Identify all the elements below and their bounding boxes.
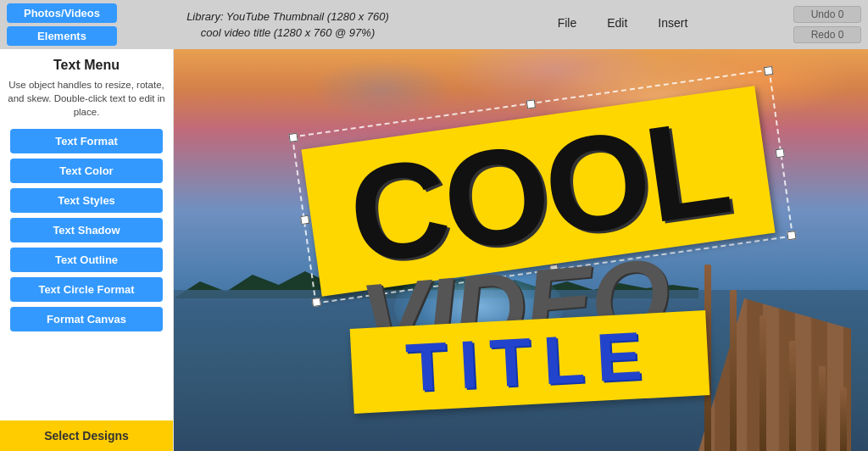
sidebar-title: Text Menu [53,58,120,73]
dock-post-5 [819,366,826,451]
menu-bar: File Edit Insert [459,14,787,35]
sidebar-description: Use object handles to resize, rotate, an… [7,78,166,119]
library-info: Library: YouTube Thumbnail (1280 x 760) … [124,8,452,42]
undo-button[interactable]: Undo 0 [793,6,861,23]
format-canvas-button[interactable]: Format Canvas [10,307,163,331]
photos-videos-button[interactable]: Photos/Videos [7,3,117,23]
dock-post-3 [760,315,766,451]
text-styles-button[interactable]: Text Styles [10,188,163,213]
canvas-area: COOL VIDEO TITLE [174,49,868,451]
title-text: TITLE [404,321,655,402]
file-menu[interactable]: File [554,14,581,31]
undo-redo-group: Undo 0 Redo 0 [793,6,861,43]
dock-post-2 [730,290,737,451]
text-format-button[interactable]: Text Format [10,129,163,153]
select-designs-button[interactable]: Select Designs [0,420,173,451]
dock-post-6 [840,387,847,451]
text-shadow-button[interactable]: Text Shadow [10,218,163,242]
insert-menu[interactable]: Insert [654,14,691,31]
top-bar-button-group: Photos/Videos Elements [7,3,117,46]
library-info-line1: Library: YouTube Thumbnail (1280 x 760) [124,8,452,25]
library-info-line2: cool video title (1280 x 760 @ 97%) [124,25,452,42]
dock-surface [698,298,851,451]
text-color-button[interactable]: Text Color [10,159,163,183]
elements-button[interactable]: Elements [7,26,117,46]
dock-post-4 [789,341,796,451]
text-circle-format-button[interactable]: Text Circle Format [10,277,163,302]
edit-menu[interactable]: Edit [604,14,631,31]
sidebar: Text Menu Use object handles to resize, … [0,49,174,451]
redo-button[interactable]: Redo 0 [793,26,861,43]
top-bar: Photos/Videos Elements Library: YouTube … [0,0,868,49]
main-content: Text Menu Use object handles to resize, … [0,49,868,451]
text-outline-button[interactable]: Text Outline [10,248,163,272]
